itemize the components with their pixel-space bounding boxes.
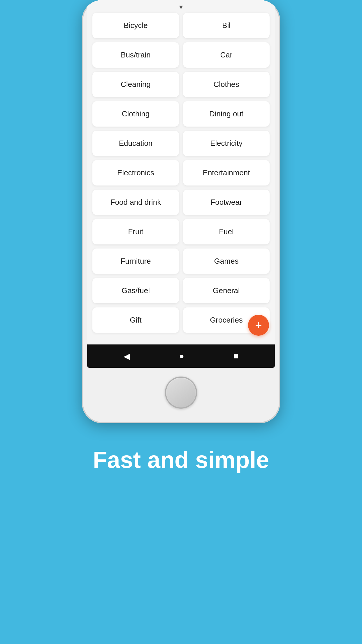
screen-content: ▾ BicycleBilBus/trainCarCleaningClothesC… <box>87 0 275 344</box>
tagline-section: Fast and simple <box>0 423 362 491</box>
scroll-indicator: ▾ <box>92 0 270 13</box>
category-btn-entertainment[interactable]: Entertainment <box>183 160 270 186</box>
square-button[interactable]: ■ <box>233 351 238 361</box>
phone-screen: ▾ BicycleBilBus/trainCarCleaningClothesC… <box>87 0 275 344</box>
fab-button[interactable]: + <box>248 315 269 336</box>
category-btn-furniture[interactable]: Furniture <box>92 249 179 274</box>
category-btn-dining-out[interactable]: Dining out <box>183 101 270 127</box>
category-btn-cleaning[interactable]: Cleaning <box>92 72 179 97</box>
category-btn-electronics[interactable]: Electronics <box>92 160 179 186</box>
category-btn-food-and-drink[interactable]: Food and drink <box>92 190 179 215</box>
category-btn-footwear[interactable]: Footwear <box>183 190 270 215</box>
category-btn-general[interactable]: General <box>183 278 270 303</box>
nav-bar: ◀ ● ■ <box>87 344 275 368</box>
phone-body: ▾ BicycleBilBus/trainCarCleaningClothesC… <box>82 0 280 423</box>
home-button-area <box>82 368 280 414</box>
category-btn-fuel[interactable]: Fuel <box>183 219 270 244</box>
category-btn-car[interactable]: Car <box>183 42 270 68</box>
home-button[interactable] <box>165 377 197 409</box>
phone-wrapper: ▾ BicycleBilBus/trainCarCleaningClothesC… <box>82 0 280 423</box>
category-btn-education[interactable]: Education <box>92 131 179 156</box>
category-btn-gas-fuel[interactable]: Gas/fuel <box>92 278 179 303</box>
category-btn-gift[interactable]: Gift <box>92 307 179 333</box>
category-btn-electricity[interactable]: Electricity <box>183 131 270 156</box>
back-button[interactable]: ◀ <box>124 351 130 361</box>
category-btn-clothing[interactable]: Clothing <box>92 101 179 127</box>
home-button-nav[interactable]: ● <box>179 351 184 361</box>
category-btn-bil[interactable]: Bil <box>183 13 270 38</box>
category-btn-games[interactable]: Games <box>183 249 270 274</box>
category-btn-bus-train[interactable]: Bus/train <box>92 42 179 68</box>
categories-grid: BicycleBilBus/trainCarCleaningClothesClo… <box>92 13 270 339</box>
category-btn-bicycle[interactable]: Bicycle <box>92 13 179 38</box>
category-btn-clothes[interactable]: Clothes <box>183 72 270 97</box>
tagline-text: Fast and simple <box>17 447 345 473</box>
category-btn-fruit[interactable]: Fruit <box>92 219 179 244</box>
